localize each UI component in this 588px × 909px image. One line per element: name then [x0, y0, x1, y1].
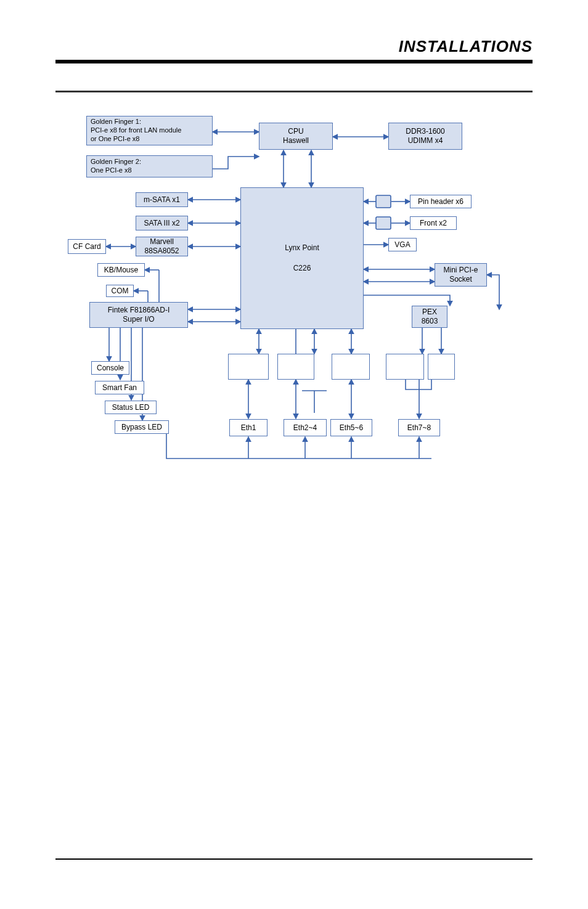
eth78-box: Eth7~8 — [398, 419, 440, 436]
label: Console — [97, 364, 124, 373]
front-box: Front x2 — [410, 216, 457, 230]
label: Eth2~4 — [293, 423, 317, 433]
eth24-box: Eth2~4 — [284, 419, 327, 436]
phy-box-1 — [228, 354, 269, 380]
fintek-box: Fintek F81866AD-I Super I/O — [89, 302, 188, 328]
svg-rect-40 — [376, 195, 391, 208]
phy-box-4 — [386, 354, 424, 380]
golden-finger-2-box: Golden Finger 2: One PCI-e x8 — [86, 155, 213, 177]
label: Eth1 — [241, 423, 256, 433]
label: Bypass LED — [121, 423, 162, 432]
phy-box-2 — [277, 354, 314, 380]
golden-finger-1-box: Golden Finger 1: PCI-e x8 for front LAN … — [86, 116, 213, 145]
block-diagram: Golden Finger 1: PCI-e x8 for front LAN … — [68, 113, 536, 483]
label: CF Card — [73, 242, 100, 251]
cfcard-box: CF Card — [68, 239, 106, 254]
kbmouse-box: KB/Mouse — [97, 263, 145, 277]
cpu-box: CPU Haswell — [259, 123, 333, 150]
label: Status LED — [112, 403, 150, 412]
sata-box: SATA III x2 — [136, 216, 188, 230]
phy-box-3 — [332, 354, 370, 380]
label: C226 — [293, 264, 311, 273]
label: PEX — [422, 308, 437, 317]
label: UDIMM x4 — [408, 136, 443, 145]
svg-rect-41 — [376, 217, 391, 229]
label: Eth5~6 — [340, 423, 363, 433]
label: Front x2 — [420, 219, 447, 228]
lynx-point-box: Lynx Point C226 — [240, 187, 364, 329]
label: Golden Finger 1: PCI-e x8 for front LAN … — [91, 118, 181, 143]
label: Marvell — [150, 237, 174, 247]
pinheader-box: Pin header x6 — [410, 195, 472, 208]
header-rule — [55, 60, 533, 63]
section-rule — [55, 91, 533, 92]
label: Haswell — [283, 136, 309, 145]
smartfan-box: Smart Fan — [95, 381, 144, 394]
label: SATA III x2 — [144, 219, 179, 228]
footer-rule — [55, 858, 533, 860]
statusled-box: Status LED — [105, 401, 157, 414]
label: 88SA8052 — [144, 247, 179, 256]
console-box: Console — [91, 361, 129, 375]
label: Eth7~8 — [407, 423, 431, 433]
label: Fintek F81866AD-I — [108, 306, 170, 315]
label: CPU — [288, 127, 303, 136]
ddr-box: DDR3-1600 UDIMM x4 — [388, 123, 462, 150]
pex-box: PEX 8603 — [412, 306, 447, 328]
label: Pin header x6 — [418, 197, 463, 206]
label: Golden Finger 2: One PCI-e x8 — [91, 158, 141, 175]
label: Super I/O — [123, 315, 154, 324]
page-title: INSTALLATIONS — [55, 37, 533, 56]
com-box: COM — [106, 285, 134, 297]
label: 8603 — [422, 317, 438, 326]
minipcie-box: Mini PCI-e Socket — [435, 263, 487, 287]
label: KB/Mouse — [104, 266, 138, 275]
label: Mini PCI-e — [443, 266, 478, 275]
label: COM — [112, 287, 129, 296]
label: m-SATA x1 — [144, 195, 180, 205]
label: Smart Fan — [102, 383, 137, 393]
eth1-box: Eth1 — [229, 419, 267, 436]
eth56-box: Eth5~6 — [330, 419, 372, 436]
label: Lynx Point — [285, 243, 319, 253]
bypassled-box: Bypass LED — [115, 420, 169, 434]
msata-box: m-SATA x1 — [136, 192, 188, 207]
marvell-box: Marvell 88SA8052 — [136, 237, 188, 256]
phy-box-5 — [428, 354, 455, 380]
vga-box: VGA — [388, 238, 417, 251]
label: DDR3-1600 — [406, 127, 444, 136]
label: Socket — [449, 275, 472, 284]
label: VGA — [394, 240, 410, 250]
